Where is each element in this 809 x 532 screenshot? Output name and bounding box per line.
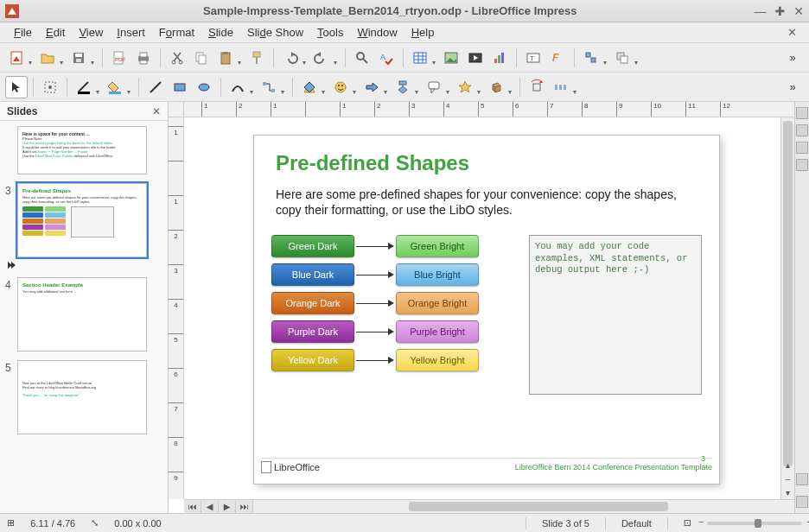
print-button[interactable] bbox=[132, 47, 155, 69]
slide-thumbnail-4[interactable]: Section Header Example You may add addit… bbox=[17, 277, 147, 352]
insert-media-button[interactable] bbox=[464, 47, 487, 69]
slide-thumbnail-5[interactable]: Now you at the LibreOffice Berlin Conf v… bbox=[17, 360, 147, 434]
line-tool[interactable] bbox=[144, 76, 167, 98]
table-button[interactable] bbox=[409, 47, 431, 69]
zoom-pan-tool[interactable] bbox=[39, 76, 61, 98]
arrow-connector[interactable] bbox=[356, 243, 394, 250]
menu-help[interactable]: Help bbox=[404, 24, 442, 41]
first-slide-tab[interactable]: ⏮ bbox=[184, 500, 201, 513]
window-maximize[interactable]: ✚ bbox=[775, 4, 786, 18]
shape-dark[interactable]: Purple Dark bbox=[271, 320, 354, 343]
3d-objects-tool[interactable] bbox=[485, 76, 507, 98]
last-slide-tab[interactable]: ⏭ bbox=[236, 500, 253, 513]
horizontal-scrollbar[interactable] bbox=[253, 499, 780, 513]
fill-color-button[interactable] bbox=[104, 76, 126, 98]
shape-dark[interactable]: Orange Dark bbox=[271, 292, 354, 314]
window-close[interactable]: ✕ bbox=[793, 4, 804, 18]
zoom-slider[interactable]: − + bbox=[707, 522, 802, 525]
master-name[interactable]: Default bbox=[621, 518, 652, 529]
ruler-horizontal[interactable]: 1 2 1 1 2 3 4 5 6 7 8 9 10 11 12 bbox=[184, 102, 794, 117]
slide-title[interactable]: Pre-defined Shapes bbox=[276, 151, 469, 175]
block-arrows-tool[interactable] bbox=[360, 76, 383, 98]
next-slide-button[interactable]: ▾ bbox=[781, 485, 794, 499]
menu-view[interactable]: View bbox=[72, 24, 110, 41]
sidebar-properties[interactable] bbox=[796, 107, 808, 119]
connector-tool[interactable] bbox=[258, 76, 280, 98]
menu-format[interactable]: Format bbox=[152, 24, 201, 41]
close-document[interactable]: ✕ bbox=[782, 24, 802, 41]
nav-menu-button[interactable]: – bbox=[781, 472, 794, 485]
open-button[interactable] bbox=[36, 47, 59, 69]
prev-slide-button[interactable]: ▴ bbox=[781, 458, 794, 472]
ellipse-tool[interactable] bbox=[193, 76, 215, 98]
ruler-vertical[interactable]: 1 1 2 3 4 5 6 7 8 9 bbox=[169, 117, 184, 499]
slide-body[interactable]: Here are some pre-defined shapes for you… bbox=[276, 187, 698, 218]
sidebar-navigator[interactable] bbox=[796, 496, 808, 508]
window-minimize[interactable]: — bbox=[755, 4, 767, 18]
menu-window[interactable]: Window bbox=[350, 24, 404, 41]
arrow-connector[interactable] bbox=[356, 328, 394, 335]
paste-button[interactable] bbox=[214, 47, 237, 69]
new-button[interactable] bbox=[5, 47, 28, 69]
shape-dark[interactable]: Yellow Dark bbox=[271, 349, 354, 371]
find-button[interactable] bbox=[351, 47, 373, 69]
clone-formatting-button[interactable] bbox=[245, 47, 268, 69]
insert-textbox-button[interactable]: T bbox=[522, 47, 545, 69]
slide-counter[interactable]: Slide 3 of 5 bbox=[542, 518, 589, 529]
stars-tool[interactable] bbox=[454, 76, 476, 98]
menu-edit[interactable]: Edit bbox=[39, 24, 72, 41]
select-tool[interactable] bbox=[5, 76, 28, 98]
save-button[interactable] bbox=[67, 47, 90, 69]
shape-dark[interactable]: Blue Dark bbox=[271, 263, 354, 286]
redo-button[interactable] bbox=[310, 47, 333, 69]
cut-button[interactable] bbox=[166, 47, 188, 69]
undo-button[interactable] bbox=[279, 47, 302, 69]
menu-insert[interactable]: Insert bbox=[110, 24, 152, 41]
prev-slide-tab[interactable]: ◀ bbox=[201, 500, 219, 513]
next-slide-tab[interactable]: ▶ bbox=[219, 500, 236, 513]
vertical-scrollbar[interactable]: ▴ – ▾ bbox=[780, 117, 794, 499]
menu-tools[interactable]: Tools bbox=[310, 24, 350, 41]
flowchart-tool[interactable] bbox=[392, 76, 414, 98]
copy-button[interactable] bbox=[190, 47, 213, 69]
insert-fontwork-button[interactable]: F bbox=[546, 47, 569, 69]
insert-image-button[interactable] bbox=[440, 47, 462, 69]
arrow-connector[interactable] bbox=[356, 357, 394, 364]
sidebar-gallery[interactable] bbox=[796, 473, 808, 485]
distribute-tool[interactable] bbox=[550, 76, 572, 98]
insert-chart-button[interactable] bbox=[488, 47, 511, 69]
zoom-knob[interactable] bbox=[755, 519, 761, 528]
zoom-fit-button[interactable]: ⊡ bbox=[684, 517, 691, 529]
basic-shapes-tool[interactable] bbox=[298, 76, 321, 98]
sidebar-animation[interactable] bbox=[796, 142, 808, 154]
callouts-tool[interactable] bbox=[423, 76, 445, 98]
slides-list[interactable]: Here is space for your content ... Pleas… bbox=[0, 121, 168, 513]
slides-panel-close[interactable]: ✕ bbox=[152, 105, 161, 117]
vscroll-thumb[interactable] bbox=[783, 121, 793, 466]
line-color-button[interactable] bbox=[73, 76, 95, 98]
shape-bright[interactable]: Green Bright bbox=[396, 235, 479, 257]
sidebar-slide-transition[interactable] bbox=[796, 124, 808, 136]
align-objects-button[interactable] bbox=[580, 47, 602, 69]
slide-thumbnail-2[interactable]: Here is space for your content ... Pleas… bbox=[17, 126, 147, 174]
shape-bright[interactable]: Blue Bright bbox=[396, 263, 479, 286]
hscroll-thumb[interactable] bbox=[409, 502, 668, 511]
curve-tool[interactable] bbox=[226, 76, 249, 98]
menu-file[interactable]: File bbox=[7, 24, 39, 41]
rectangle-tool[interactable] bbox=[169, 76, 191, 98]
slide-thumbnail-3[interactable]: Pre-defined Shapes Here are some pre-def… bbox=[17, 183, 147, 257]
rotate-tool[interactable] bbox=[526, 76, 548, 98]
code-example-box[interactable]: You may add your code examples, XML stat… bbox=[529, 235, 702, 395]
units-icon[interactable]: ⊞ bbox=[7, 517, 15, 529]
shape-bright[interactable]: Orange Bright bbox=[396, 292, 479, 314]
drawing-overflow[interactable]: » bbox=[781, 76, 804, 98]
toolbar-overflow[interactable]: » bbox=[781, 47, 804, 69]
export-pdf-button[interactable]: PDF bbox=[108, 47, 131, 69]
shape-dark[interactable]: Green Dark bbox=[271, 235, 354, 257]
slide-viewport[interactable]: Pre-defined Shapes Here are some pre-def… bbox=[184, 117, 780, 499]
sidebar-master-slides[interactable] bbox=[796, 159, 808, 171]
menu-slide[interactable]: Slide bbox=[201, 24, 240, 41]
symbol-shapes-tool[interactable] bbox=[329, 76, 352, 98]
arrow-connector[interactable] bbox=[356, 271, 394, 278]
arrange-button[interactable] bbox=[611, 47, 634, 69]
